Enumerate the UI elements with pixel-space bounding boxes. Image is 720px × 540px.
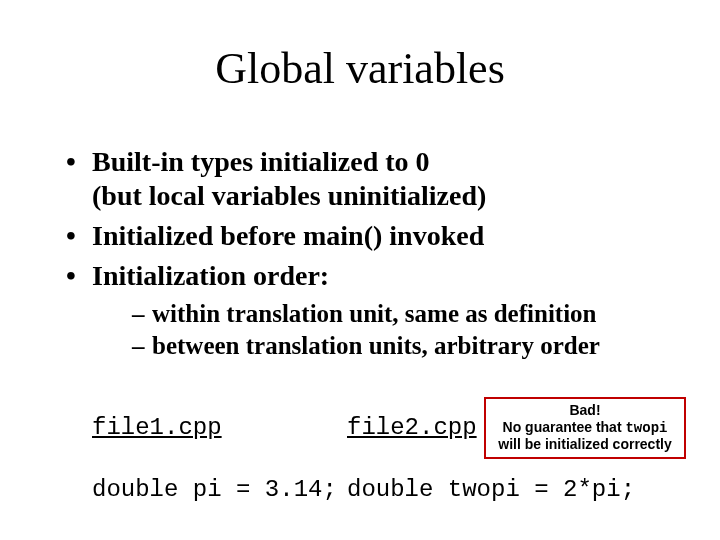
bullet-3: Initialization order: within translation… <box>66 259 666 362</box>
warning-note: Bad! No guarantee that twopi will be ini… <box>484 397 686 459</box>
bullet-3-text: Initialization order: <box>92 260 329 291</box>
sub-bullet-1: within translation unit, same as definit… <box>132 298 666 331</box>
warning-line2a: No guarantee that <box>503 419 626 435</box>
file1-label: file1.cpp <box>92 414 222 441</box>
bullet-1-line1: Built-in types initialized to 0 <box>92 146 430 177</box>
slide-body: Built-in types initialized to 0 (but loc… <box>66 145 666 369</box>
bullet-list: Built-in types initialized to 0 (but loc… <box>66 145 666 363</box>
bullet-2: Initialized before main() invoked <box>66 219 666 253</box>
bullet-1: Built-in types initialized to 0 (but loc… <box>66 145 666 213</box>
warning-code-twopi: twopi <box>625 420 667 436</box>
warning-line3: will be initialized correctly <box>490 436 680 453</box>
slide: Global variables Built-in types initiali… <box>0 0 720 540</box>
slide-title: Global variables <box>0 43 720 94</box>
file1-definition: double pi = 3.14; <box>92 476 337 503</box>
file2-definition: double twopi = 2*pi; <box>347 476 635 503</box>
bullet-1-line2: (but local variables uninitialized) <box>92 179 666 213</box>
sub-bullet-list: within translation unit, same as definit… <box>92 298 666 363</box>
sub-bullet-2: between translation units, arbitrary ord… <box>132 330 666 363</box>
warning-line2: No guarantee that twopi <box>490 419 680 437</box>
warning-line1: Bad! <box>490 402 680 419</box>
file2-label: file2.cpp <box>347 414 477 441</box>
